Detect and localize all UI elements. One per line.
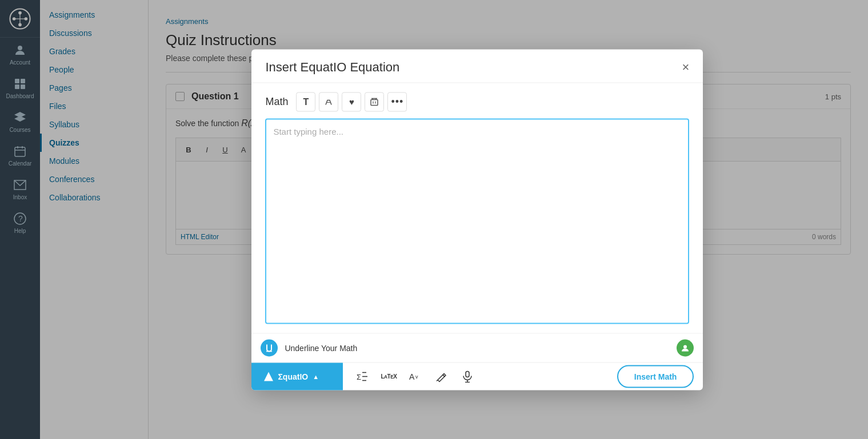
modal-body: Math T ♥ ••• Start typing here... (251, 83, 703, 333)
math-more-button[interactable]: ••• (387, 92, 407, 111)
underline-bar: Underline Your Math (251, 333, 703, 363)
underline-cap-icon (261, 339, 278, 356)
equatio-button[interactable]: ΣquatIO ▲ (251, 363, 343, 390)
handwrite-button[interactable]: Av (402, 364, 427, 389)
svg-rect-19 (371, 99, 378, 105)
insert-math-button[interactable]: Insert Math (617, 365, 694, 388)
math-label: Math (265, 96, 288, 108)
svg-point-26 (683, 345, 687, 348)
svg-text:A: A (409, 372, 415, 381)
svg-marker-27 (264, 372, 273, 381)
modal-title: Insert EquatIO Equation (265, 59, 399, 74)
equation-editor-button[interactable]: Σ (350, 364, 375, 389)
svg-rect-34 (466, 371, 469, 377)
equatio-modal: Insert EquatIO Equation × Math T ♥ ••• S… (251, 49, 703, 390)
math-toolbar-row: Math T ♥ ••• (265, 92, 689, 111)
mic-button[interactable] (455, 364, 480, 389)
math-favorite-button[interactable]: ♥ (342, 92, 361, 111)
underline-text: Underline Your Math (285, 343, 670, 352)
draw-button[interactable] (429, 364, 454, 389)
math-bold-button[interactable]: T (296, 92, 315, 111)
math-input-placeholder: Start typing here... (273, 126, 343, 136)
svg-text:v: v (415, 373, 418, 379)
math-input-area[interactable]: Start typing here... (265, 118, 689, 324)
svg-text:Σ: Σ (357, 372, 361, 381)
modal-footer: Underline Your Math ΣquatIO ▲ Σ LATEX Av (251, 333, 703, 390)
math-delete-button[interactable] (365, 92, 384, 111)
modal-close-button[interactable]: × (682, 61, 690, 73)
bottom-tools: Σ LATEX Av (343, 364, 617, 389)
user-avatar (677, 339, 694, 356)
latex-button[interactable]: LATEX (376, 364, 401, 389)
toolbar-bottom: ΣquatIO ▲ Σ LATEX Av Insert Math (251, 363, 703, 390)
math-color-button[interactable] (319, 92, 338, 111)
modal-header: Insert EquatIO Equation × (251, 49, 703, 83)
